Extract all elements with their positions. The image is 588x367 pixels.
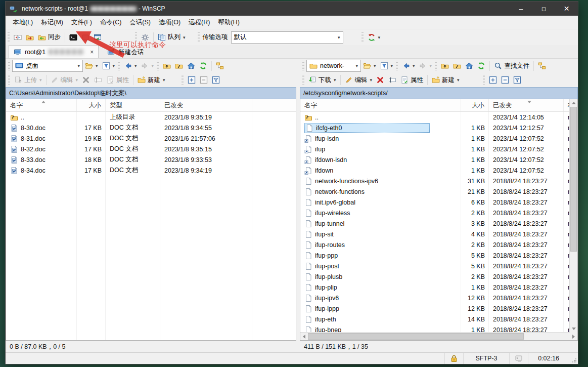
column-header-size[interactable]: 大小 (77, 99, 106, 111)
remote-home-button[interactable] (463, 60, 475, 72)
menu-item-local[interactable]: 本地(L) (9, 16, 37, 29)
remote-path-bar[interactable]: /etc/sysconfig/network-scripts/ (300, 87, 578, 99)
local-rename-button[interactable] (92, 74, 104, 86)
column-header-type[interactable]: 类型 (106, 99, 160, 111)
find-files-button[interactable]: 查找文件 (492, 60, 531, 72)
minimize-button[interactable]: – (510, 2, 532, 16)
file-row[interactable]: network-functions-ipv631 KB2018/8/24 18:… (300, 176, 577, 186)
toolbar-grip[interactable] (198, 32, 200, 43)
remote-edit-button[interactable]: 编辑▾ (343, 74, 375, 86)
toolbar-grip[interactable] (361, 32, 364, 43)
menu-item-command[interactable]: 命令(C) (96, 16, 125, 29)
menu-item-file[interactable]: 文件(F) (67, 16, 96, 29)
local-filter-button[interactable]: ▾ (100, 60, 117, 72)
local-back-button[interactable]: ▾ (122, 60, 139, 72)
new-session-tab[interactable]: 新建会话 (103, 46, 148, 58)
file-row[interactable]: ifup-routes2 KB2018/8/24 18:23:27rw (300, 239, 577, 250)
toolbar-grip[interactable] (135, 32, 137, 43)
preferences-gear-icon[interactable] (139, 31, 151, 44)
file-row[interactable]: ifup-post5 KB2018/8/24 18:23:27rw (300, 261, 577, 271)
local-home-button[interactable] (185, 60, 197, 72)
file-row[interactable]: ifup-tunnel3 KB2018/8/24 18:23:27rw (300, 218, 577, 229)
local-select-button[interactable] (186, 74, 198, 86)
sync-remote-button[interactable] (24, 31, 36, 44)
menu-item-remote[interactable]: 远程(R) (185, 16, 214, 29)
open-console-button[interactable] (67, 31, 79, 44)
file-row[interactable]: ifup-ippp12 KB2018/8/24 18:23:27rw (300, 303, 577, 314)
remote-select-button[interactable] (487, 74, 499, 86)
session-tab[interactable]: root@1 × (9, 45, 99, 58)
remote-rename-button[interactable] (386, 74, 398, 86)
local-new-button[interactable]: 新建▾ (135, 74, 167, 86)
local-drive-select[interactable]: 桌面 ▾ (12, 60, 83, 72)
scroll-down-icon[interactable] (570, 325, 577, 333)
file-row[interactable]: init.ipv6-global6 KB2018/8/24 18:23:27rw (300, 197, 577, 208)
local-refresh-button[interactable] (197, 60, 209, 72)
file-row[interactable]: ..上级目录2023/1/8 9:35:19 (6, 112, 296, 123)
file-row[interactable]: ifdown-isdn1 KB2023/1/4 12:07:52rw (300, 154, 577, 165)
panel-splitter[interactable] (296, 59, 300, 352)
file-row[interactable]: 8-34.doc17 KBDOC 文档2023/1/8 9:34:19 (6, 165, 296, 176)
local-forward-button[interactable]: ▾ (139, 60, 156, 72)
remote-sync-browsing-button[interactable] (536, 60, 548, 72)
local-open-dir-button[interactable]: ▾ (83, 60, 100, 72)
file-row[interactable]: ifup-ipv612 KB2018/8/24 18:23:27rw (300, 293, 577, 303)
remote-open-dir-button[interactable]: ▾ (361, 60, 378, 72)
remote-forward-button[interactable]: ▾ (417, 60, 434, 72)
local-properties-button[interactable]: 属性 (104, 74, 131, 86)
file-row[interactable]: 8-30.doc17 KBDOC 文档2023/1/8 9:34:55 (6, 123, 296, 133)
local-selection-filter-button[interactable] (210, 74, 222, 86)
local-sync-browsing-button[interactable] (214, 60, 226, 72)
remote-back-button[interactable]: ▾ (400, 60, 417, 72)
file-row[interactable]: ifup-plusb2 KB2018/8/24 18:23:27rw (300, 271, 577, 282)
local-root-dir-button[interactable] (173, 60, 185, 72)
compare-directories-button[interactable] (12, 31, 24, 44)
menu-item-session[interactable]: 会话(S) (125, 16, 155, 29)
remote-root-dir-button[interactable] (451, 60, 463, 72)
file-row[interactable]: ifup1 KB2023/1/4 12:07:52rw (300, 144, 577, 154)
remote-new-button[interactable]: 新建▾ (430, 74, 462, 86)
scroll-up-icon[interactable] (570, 99, 577, 107)
local-delete-button[interactable] (80, 74, 92, 86)
file-row[interactable]: network-functions21 KB2018/8/24 18:23:27… (300, 186, 577, 197)
protocol-cell[interactable]: SFTP-3 (464, 353, 510, 364)
column-header-changed[interactable]: 已改变 (160, 99, 252, 111)
column-header-name[interactable]: 名字 (300, 99, 461, 111)
open-in-putty-button[interactable] (92, 31, 104, 44)
toolbar-grip[interactable] (8, 32, 10, 43)
local-unselect-button[interactable] (198, 74, 210, 86)
menu-item-help[interactable]: 帮助(H) (214, 16, 243, 29)
file-row[interactable]: ifup-plip1 KB2018/8/24 18:23:27rw (300, 282, 577, 293)
local-path-bar[interactable]: C:\Users\Administrator\Desktop\临时文案\ (6, 87, 296, 99)
local-edit-button[interactable]: 编辑▾ (49, 74, 80, 86)
local-parent-dir-button[interactable] (161, 60, 173, 72)
remote-vertical-scrollbar[interactable] (569, 99, 577, 333)
upload-button[interactable]: 上传▾ (12, 74, 44, 86)
remote-parent-dir-button[interactable] (439, 60, 451, 72)
maximize-button[interactable]: ◻ (532, 2, 555, 16)
file-row[interactable]: ifup-ppp5 KB2018/8/24 18:23:27rw (300, 250, 577, 261)
remote-refresh-button[interactable] (475, 60, 487, 72)
file-row[interactable]: ..2023/1/4 12:14:05rw (300, 112, 577, 123)
download-button[interactable]: 下载▾ (306, 74, 338, 86)
column-header-changed[interactable]: 已改变 (489, 99, 564, 111)
encryption-cell[interactable] (445, 353, 464, 364)
file-row[interactable]: ifup-isdn1 KB2023/1/4 12:07:52rw (300, 133, 577, 144)
close-button[interactable]: ✕ (555, 2, 578, 16)
remote-selection-filter-button[interactable] (511, 74, 523, 86)
resize-grip[interactable] (569, 353, 578, 364)
close-tab-icon[interactable]: × (90, 49, 94, 56)
file-row[interactable]: 8-33.doc18 KBDOC 文档2023/1/8 9:33:53 (6, 154, 296, 165)
scrollbar-thumb[interactable] (308, 333, 524, 340)
file-row[interactable]: ifdown1 KB2023/1/4 12:07:52rw (300, 165, 577, 176)
file-row[interactable]: ifup-sit4 KB2018/8/24 18:23:27rw (300, 229, 577, 239)
transfer-preset-select[interactable]: 默认 ▾ (231, 31, 343, 44)
file-row[interactable]: ifcfg-eth01 KB2023/1/4 12:12:57rw (300, 123, 577, 133)
console-status-cell[interactable] (510, 353, 528, 364)
remote-dir-select[interactable]: network- ▾ (306, 60, 361, 72)
remote-horizontal-scrollbar[interactable] (300, 332, 577, 340)
file-row[interactable]: 8-32.doc17 KBDOC 文档2023/1/8 9:35:15 (6, 144, 296, 154)
remote-filter-button[interactable]: ▾ (378, 60, 395, 72)
hidden-toolbar-button[interactable] (79, 31, 92, 44)
column-header-size[interactable]: 大小 (461, 99, 489, 111)
